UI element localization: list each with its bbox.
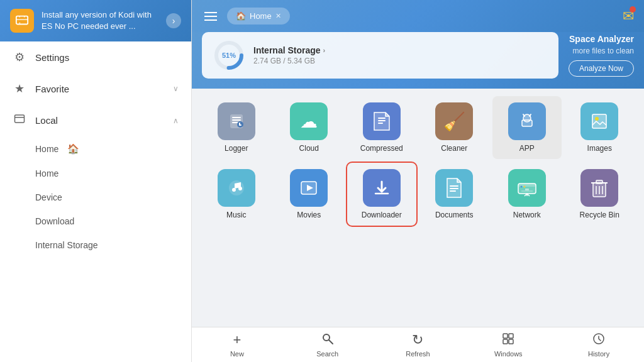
grid-item-cleaner[interactable]: 🧹 Cleaner bbox=[420, 96, 489, 159]
hamburger-button[interactable] bbox=[202, 9, 219, 23]
grid-item-images[interactable]: Images bbox=[565, 96, 635, 159]
main-header: 🏠 Home ✕ ✉ bbox=[192, 0, 644, 32]
mail-badge bbox=[630, 6, 636, 13]
svg-point-21 bbox=[238, 187, 242, 190]
svg-rect-31 bbox=[525, 189, 529, 190]
svg-rect-0 bbox=[16, 16, 28, 25]
main-area: 🏠 Home ✕ ✉ 51% Internal Storage › bbox=[192, 0, 644, 362]
bottom-search-button[interactable]: Search bbox=[282, 329, 373, 361]
storage-donut: 51% bbox=[213, 40, 245, 71]
downloader-label: Downloader bbox=[362, 211, 402, 219]
grid-item-movies[interactable]: Movies bbox=[275, 163, 344, 226]
svg-point-20 bbox=[232, 188, 236, 192]
home-tab-icon: 🏠 bbox=[236, 11, 246, 21]
network-icon bbox=[508, 169, 546, 207]
home-tab[interactable]: 🏠 Home ✕ bbox=[227, 8, 290, 25]
downloader-icon bbox=[363, 169, 401, 207]
svg-point-1 bbox=[19, 23, 20, 24]
images-icon bbox=[580, 102, 618, 140]
grid-item-cloud[interactable]: ☁ Cloud bbox=[275, 96, 344, 159]
documents-label: Documents bbox=[435, 211, 474, 219]
music-icon bbox=[218, 169, 255, 207]
sidebar-subitem-download[interactable]: Download bbox=[0, 209, 191, 233]
svg-rect-41 bbox=[503, 339, 508, 344]
icon-grid: Logger ☁ Cloud bbox=[202, 96, 634, 226]
sidebar-item-favorite[interactable]: ★ Favorite ∨ bbox=[0, 73, 191, 104]
search-icon bbox=[321, 332, 334, 348]
svg-rect-26 bbox=[450, 190, 456, 192]
storage-info: Internal Storage › 2.74 GB / 5.34 GB bbox=[253, 45, 547, 65]
grid-item-app[interactable]: APP bbox=[492, 96, 562, 159]
svg-rect-7 bbox=[232, 119, 241, 121]
ad-icon bbox=[10, 9, 34, 33]
svg-point-18 bbox=[595, 117, 599, 121]
refresh-label: Refresh bbox=[406, 350, 430, 358]
refresh-icon: ↻ bbox=[412, 332, 423, 348]
bottom-windows-button[interactable]: Windows bbox=[463, 329, 553, 361]
storage-card[interactable]: 51% Internal Storage › 2.74 GB / 5.34 GB bbox=[202, 32, 558, 79]
movies-label: Movies bbox=[297, 211, 321, 219]
history-label: History bbox=[588, 350, 609, 358]
grid-item-recycle-bin[interactable]: Recycle Bin bbox=[565, 163, 635, 226]
svg-rect-40 bbox=[509, 334, 513, 338]
music-label: Music bbox=[226, 211, 246, 219]
sidebar-item-local[interactable]: Local ∧ bbox=[0, 104, 191, 136]
movies-icon bbox=[290, 169, 328, 207]
grid-item-music[interactable]: Music bbox=[202, 163, 271, 226]
grid-item-downloader[interactable]: Downloader bbox=[347, 163, 416, 226]
sidebar-subitem-internal-storage[interactable]: Internal Storage bbox=[0, 233, 191, 257]
grid-item-logger[interactable]: Logger bbox=[202, 96, 271, 159]
settings-icon: ⚙ bbox=[13, 50, 26, 64]
analyze-now-button[interactable]: Analyze Now bbox=[569, 60, 634, 77]
storage-section: 51% Internal Storage › 2.74 GB / 5.34 GB… bbox=[192, 32, 644, 89]
logger-icon bbox=[218, 102, 255, 140]
ad-text: Install any version of Kodi with ES No P… bbox=[42, 9, 158, 32]
grid-item-compressed[interactable]: Compressed bbox=[347, 96, 416, 159]
app-icon bbox=[508, 102, 546, 140]
favorite-icon: ★ bbox=[13, 82, 26, 96]
mail-button[interactable]: ✉ bbox=[623, 8, 634, 25]
favorite-arrow: ∨ bbox=[173, 84, 179, 93]
cleaner-icon: 🧹 bbox=[435, 102, 473, 140]
storage-name: Internal Storage › bbox=[253, 45, 547, 55]
svg-rect-13 bbox=[378, 120, 386, 121]
space-analyzer-subtitle: more files to clean bbox=[569, 47, 634, 55]
recycle-bin-label: Recycle Bin bbox=[580, 211, 619, 219]
svg-rect-25 bbox=[450, 188, 458, 189]
app-label: APP bbox=[519, 144, 535, 153]
svg-rect-24 bbox=[450, 185, 458, 187]
bottom-new-button[interactable]: + New bbox=[192, 328, 282, 361]
logger-label: Logger bbox=[225, 144, 248, 153]
ad-banner[interactable]: Install any version of Kodi with ES No P… bbox=[0, 0, 191, 41]
sidebar-subitem-home2[interactable]: Home bbox=[0, 162, 191, 185]
grid-item-documents[interactable]: Documents bbox=[420, 163, 489, 226]
sidebar-item-settings[interactable]: ⚙ Settings bbox=[0, 41, 191, 73]
svg-rect-6 bbox=[232, 117, 241, 118]
svg-rect-11 bbox=[239, 124, 242, 126]
svg-rect-12 bbox=[378, 118, 386, 119]
sidebar-nav: ⚙ Settings ★ Favorite ∨ Local ∧ Home 🏠 H… bbox=[0, 41, 191, 362]
windows-icon bbox=[502, 332, 514, 348]
compressed-label: Compressed bbox=[360, 144, 403, 153]
sidebar-subitem-device[interactable]: Device bbox=[0, 185, 191, 209]
windows-label: Windows bbox=[494, 350, 523, 358]
icon-grid-section: Logger ☁ Cloud bbox=[192, 89, 644, 327]
grid-item-network[interactable]: Network bbox=[492, 163, 562, 226]
svg-rect-17 bbox=[592, 114, 606, 128]
bottom-bar: + New Search ↻ Refresh bbox=[192, 327, 644, 362]
storage-chevron: › bbox=[323, 47, 326, 54]
svg-rect-16 bbox=[522, 120, 532, 126]
sidebar-subitem-home1[interactable]: Home 🏠 bbox=[0, 136, 191, 162]
svg-rect-2 bbox=[15, 115, 25, 123]
svg-rect-42 bbox=[509, 339, 513, 344]
documents-icon bbox=[435, 169, 473, 207]
new-icon: + bbox=[233, 332, 241, 348]
bottom-refresh-button[interactable]: ↻ Refresh bbox=[373, 328, 464, 361]
local-icon bbox=[13, 113, 26, 128]
history-icon bbox=[592, 332, 605, 348]
svg-point-30 bbox=[523, 186, 525, 188]
bottom-history-button[interactable]: History bbox=[553, 329, 644, 361]
compressed-icon bbox=[363, 102, 401, 140]
tab-close-icon[interactable]: ✕ bbox=[275, 12, 281, 20]
svg-rect-39 bbox=[503, 334, 508, 338]
